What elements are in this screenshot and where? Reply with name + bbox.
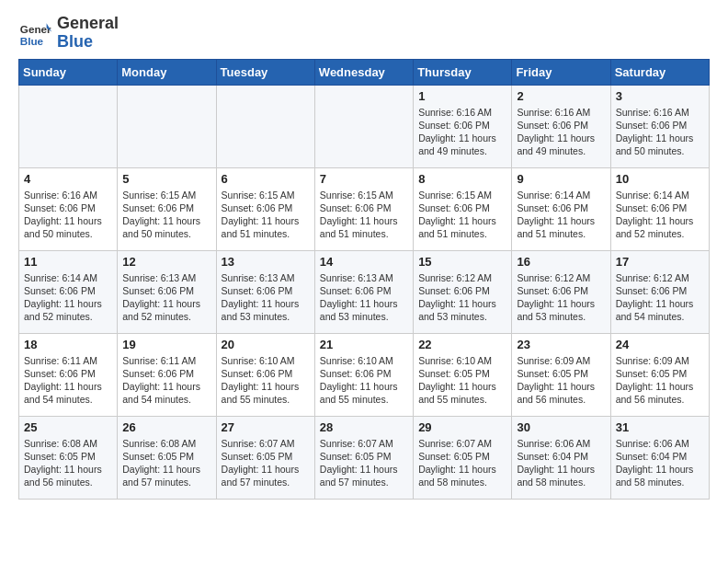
day-info: Sunrise: 6:09 AM Sunset: 6:05 PM Dayligh… — [517, 354, 605, 407]
week-row-5: 25Sunrise: 6:08 AM Sunset: 6:05 PM Dayli… — [19, 416, 710, 499]
day-info: Sunrise: 6:09 AM Sunset: 6:05 PM Dayligh… — [616, 354, 704, 407]
logo-general: General — [57, 14, 119, 32]
calendar-cell: 30Sunrise: 6:06 AM Sunset: 6:04 PM Dayli… — [512, 416, 610, 499]
day-info: Sunrise: 6:13 AM Sunset: 6:06 PM Dayligh… — [320, 271, 408, 324]
day-number: 12 — [122, 255, 210, 269]
day-info: Sunrise: 6:12 AM Sunset: 6:06 PM Dayligh… — [517, 271, 605, 324]
calendar-cell: 23Sunrise: 6:09 AM Sunset: 6:05 PM Dayli… — [512, 333, 610, 416]
calendar-cell: 4Sunrise: 6:16 AM Sunset: 6:06 PM Daylig… — [19, 167, 118, 250]
day-info: Sunrise: 6:16 AM Sunset: 6:06 PM Dayligh… — [616, 106, 704, 158]
day-info: Sunrise: 6:16 AM Sunset: 6:06 PM Dayligh… — [418, 106, 506, 158]
calendar-cell: 14Sunrise: 6:13 AM Sunset: 6:06 PM Dayli… — [314, 250, 413, 333]
day-info: Sunrise: 6:16 AM Sunset: 6:06 PM Dayligh… — [517, 106, 605, 158]
day-info: Sunrise: 6:10 AM Sunset: 6:06 PM Dayligh… — [222, 354, 310, 407]
day-number: 17 — [616, 255, 704, 269]
calendar-cell: 20Sunrise: 6:10 AM Sunset: 6:06 PM Dayli… — [216, 333, 314, 416]
calendar-header-row: SundayMondayTuesdayWednesdayThursdayFrid… — [19, 59, 710, 85]
calendar-cell: 25Sunrise: 6:08 AM Sunset: 6:05 PM Dayli… — [19, 416, 118, 499]
day-number: 27 — [222, 420, 310, 434]
day-number: 25 — [24, 420, 112, 434]
header-thursday: Thursday — [414, 59, 512, 85]
day-number: 15 — [418, 255, 506, 269]
day-info: Sunrise: 6:14 AM Sunset: 6:06 PM Dayligh… — [24, 271, 112, 324]
day-info: Sunrise: 6:14 AM Sunset: 6:06 PM Dayligh… — [616, 189, 704, 241]
week-row-1: 1Sunrise: 6:16 AM Sunset: 6:06 PM Daylig… — [19, 85, 710, 167]
day-number: 16 — [517, 255, 605, 269]
calendar-cell: 24Sunrise: 6:09 AM Sunset: 6:05 PM Dayli… — [610, 333, 709, 416]
logo-blue: Blue — [57, 32, 93, 51]
day-number: 14 — [320, 255, 408, 269]
day-number: 26 — [122, 420, 210, 434]
calendar-cell: 27Sunrise: 6:07 AM Sunset: 6:05 PM Dayli… — [216, 416, 314, 499]
day-number: 13 — [222, 255, 310, 269]
day-number: 11 — [24, 255, 112, 269]
day-info: Sunrise: 6:16 AM Sunset: 6:06 PM Dayligh… — [24, 189, 112, 241]
day-info: Sunrise: 6:07 AM Sunset: 6:05 PM Dayligh… — [418, 437, 506, 489]
week-row-2: 4Sunrise: 6:16 AM Sunset: 6:06 PM Daylig… — [19, 167, 710, 250]
calendar-cell: 15Sunrise: 6:12 AM Sunset: 6:06 PM Dayli… — [414, 250, 512, 333]
day-number: 21 — [320, 338, 408, 351]
header-wednesday: Wednesday — [314, 59, 413, 85]
calendar-cell — [118, 85, 216, 167]
logo-icon: General Blue — [18, 17, 51, 50]
calendar-cell: 21Sunrise: 6:10 AM Sunset: 6:06 PM Dayli… — [314, 333, 413, 416]
day-number: 4 — [24, 172, 112, 186]
calendar-cell: 6Sunrise: 6:15 AM Sunset: 6:06 PM Daylig… — [216, 167, 314, 250]
calendar-cell: 18Sunrise: 6:11 AM Sunset: 6:06 PM Dayli… — [19, 333, 118, 416]
day-info: Sunrise: 6:07 AM Sunset: 6:05 PM Dayligh… — [222, 437, 310, 489]
day-number: 20 — [222, 338, 310, 351]
page-header: General Blue General Blue — [18, 15, 710, 52]
day-number: 24 — [616, 338, 704, 351]
day-number: 19 — [122, 338, 210, 351]
day-info: Sunrise: 6:11 AM Sunset: 6:06 PM Dayligh… — [122, 354, 210, 407]
calendar-cell — [216, 85, 314, 167]
day-number: 18 — [24, 338, 112, 351]
day-info: Sunrise: 6:12 AM Sunset: 6:06 PM Dayligh… — [616, 271, 704, 324]
calendar-cell: 13Sunrise: 6:13 AM Sunset: 6:06 PM Dayli… — [216, 250, 314, 333]
calendar-cell: 5Sunrise: 6:15 AM Sunset: 6:06 PM Daylig… — [118, 167, 216, 250]
calendar-cell: 7Sunrise: 6:15 AM Sunset: 6:06 PM Daylig… — [314, 167, 413, 250]
day-number: 29 — [418, 420, 506, 434]
calendar-cell: 1Sunrise: 6:16 AM Sunset: 6:06 PM Daylig… — [414, 85, 512, 167]
calendar-cell: 3Sunrise: 6:16 AM Sunset: 6:06 PM Daylig… — [610, 85, 709, 167]
day-number: 23 — [517, 338, 605, 351]
day-info: Sunrise: 6:08 AM Sunset: 6:05 PM Dayligh… — [24, 437, 112, 489]
header-sunday: Sunday — [19, 59, 118, 85]
calendar-cell: 29Sunrise: 6:07 AM Sunset: 6:05 PM Dayli… — [414, 416, 512, 499]
calendar-cell: 2Sunrise: 6:16 AM Sunset: 6:06 PM Daylig… — [512, 85, 610, 167]
calendar-cell: 12Sunrise: 6:13 AM Sunset: 6:06 PM Dayli… — [118, 250, 216, 333]
calendar-cell: 16Sunrise: 6:12 AM Sunset: 6:06 PM Dayli… — [512, 250, 610, 333]
day-number: 6 — [222, 172, 310, 186]
day-info: Sunrise: 6:13 AM Sunset: 6:06 PM Dayligh… — [222, 271, 310, 324]
day-number: 22 — [418, 338, 506, 351]
calendar-cell: 11Sunrise: 6:14 AM Sunset: 6:06 PM Dayli… — [19, 250, 118, 333]
calendar-cell: 19Sunrise: 6:11 AM Sunset: 6:06 PM Dayli… — [118, 333, 216, 416]
calendar-cell: 26Sunrise: 6:08 AM Sunset: 6:05 PM Dayli… — [118, 416, 216, 499]
calendar-cell: 17Sunrise: 6:12 AM Sunset: 6:06 PM Dayli… — [610, 250, 709, 333]
header-friday: Friday — [512, 59, 610, 85]
logo: General Blue General Blue — [18, 15, 119, 52]
calendar-cell — [19, 85, 118, 167]
day-number: 1 — [418, 89, 506, 103]
day-info: Sunrise: 6:13 AM Sunset: 6:06 PM Dayligh… — [122, 271, 210, 324]
day-info: Sunrise: 6:08 AM Sunset: 6:05 PM Dayligh… — [122, 437, 210, 489]
logo-text: General Blue — [57, 15, 119, 52]
day-info: Sunrise: 6:12 AM Sunset: 6:06 PM Dayligh… — [418, 271, 506, 324]
day-number: 31 — [616, 420, 704, 434]
calendar-cell: 8Sunrise: 6:15 AM Sunset: 6:06 PM Daylig… — [414, 167, 512, 250]
day-info: Sunrise: 6:11 AM Sunset: 6:06 PM Dayligh… — [24, 354, 112, 407]
day-number: 28 — [320, 420, 408, 434]
header-monday: Monday — [118, 59, 216, 85]
day-info: Sunrise: 6:15 AM Sunset: 6:06 PM Dayligh… — [222, 189, 310, 241]
calendar-cell: 31Sunrise: 6:06 AM Sunset: 6:04 PM Dayli… — [610, 416, 709, 499]
week-row-3: 11Sunrise: 6:14 AM Sunset: 6:06 PM Dayli… — [19, 250, 710, 333]
calendar-cell: 28Sunrise: 6:07 AM Sunset: 6:05 PM Dayli… — [314, 416, 413, 499]
header-saturday: Saturday — [610, 59, 709, 85]
calendar-table: SundayMondayTuesdayWednesdayThursdayFrid… — [18, 59, 710, 500]
header-tuesday: Tuesday — [216, 59, 314, 85]
day-info: Sunrise: 6:15 AM Sunset: 6:06 PM Dayligh… — [418, 189, 506, 241]
day-number: 2 — [517, 89, 605, 103]
day-info: Sunrise: 6:15 AM Sunset: 6:06 PM Dayligh… — [122, 189, 210, 241]
day-number: 5 — [122, 172, 210, 186]
svg-text:Blue: Blue — [20, 34, 44, 46]
